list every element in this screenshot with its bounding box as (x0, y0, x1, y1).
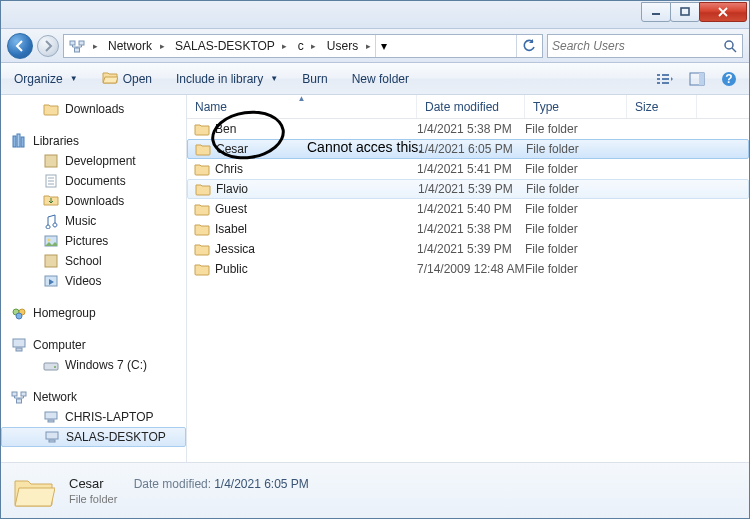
expand-icon[interactable]: ▸ (1, 340, 2, 351)
file-type: File folder (525, 242, 627, 256)
help-button[interactable]: ? (717, 68, 741, 90)
network-icon (68, 37, 86, 55)
nav-lib-documents[interactable]: Documents (1, 171, 186, 191)
breadcrumb[interactable]: ▸ Network▸ SALAS-DESKTOP▸ c▸ Users▸ ▾ (63, 34, 543, 58)
preview-pane-button[interactable] (685, 68, 709, 90)
nav-drive-c[interactable]: Windows 7 (C:) (1, 355, 186, 375)
close-button[interactable] (699, 2, 747, 22)
column-type[interactable]: Type (525, 95, 627, 118)
file-row[interactable]: Isabel1/4/2021 5:38 PMFile folder (187, 219, 749, 239)
breadcrumb-seg-host[interactable]: SALAS-DESKTOP (169, 35, 278, 57)
file-row[interactable]: Chris1/4/2021 5:41 PMFile folder (187, 159, 749, 179)
search-box[interactable] (547, 34, 743, 58)
svg-rect-23 (45, 255, 57, 267)
nav-homegroup[interactable]: ▸Homegroup (1, 303, 186, 323)
column-date[interactable]: Date modified (417, 95, 525, 118)
svg-point-31 (54, 366, 56, 368)
svg-point-22 (48, 239, 51, 242)
open-button[interactable]: Open (97, 67, 157, 90)
svg-rect-8 (657, 82, 660, 84)
svg-rect-34 (17, 399, 22, 403)
nav-network-chrislaptop[interactable]: CHRIS-LAPTOP (1, 407, 186, 427)
search-input[interactable] (552, 39, 722, 53)
folder-icon (193, 201, 211, 217)
search-icon[interactable] (722, 38, 738, 54)
svg-rect-32 (12, 392, 17, 396)
back-button[interactable] (7, 33, 33, 59)
nav-lib-development[interactable]: Development (1, 151, 186, 171)
titlebar (1, 1, 749, 29)
breadcrumb-root-arrow[interactable]: ▸ (88, 35, 102, 57)
burn-button[interactable]: Burn (297, 69, 332, 89)
forward-button[interactable] (37, 35, 59, 57)
column-name[interactable]: Name▲ (187, 95, 417, 118)
file-date: 1/4/2021 5:41 PM (417, 162, 525, 176)
chevron-down-icon: ▼ (70, 74, 78, 83)
svg-rect-6 (657, 74, 660, 76)
nav-lib-pictures[interactable]: Pictures (1, 231, 186, 251)
nav-downloads[interactable]: Downloads (1, 99, 186, 119)
details-pane: Cesar Date modified: 1/4/2021 6:05 PM Fi… (1, 462, 749, 518)
svg-text:?: ? (725, 72, 732, 86)
file-row[interactable]: Flavio1/4/2021 5:39 PMFile folder (187, 179, 749, 199)
svg-rect-16 (13, 136, 16, 147)
chevron-right-icon[interactable]: ▸ (361, 35, 375, 57)
file-name: Guest (215, 202, 417, 216)
minimize-button[interactable] (641, 2, 671, 22)
include-in-library-menu[interactable]: Include in library▼ (171, 69, 283, 89)
file-row[interactable]: Guest1/4/2021 5:40 PMFile folder (187, 199, 749, 219)
file-type: File folder (525, 202, 627, 216)
nav-network[interactable]: ▸Network (1, 387, 186, 407)
details-date-value: 1/4/2021 6:05 PM (214, 477, 309, 491)
chevron-right-icon[interactable]: ▸ (155, 35, 169, 57)
file-row[interactable]: Jessica1/4/2021 5:39 PMFile folder (187, 239, 749, 259)
library-item-icon (43, 193, 59, 209)
nav-network-salasdesktop[interactable]: SALAS-DESKTOP (1, 427, 186, 447)
organize-menu[interactable]: Organize▼ (9, 69, 83, 89)
svg-rect-19 (45, 155, 57, 167)
svg-rect-36 (48, 420, 54, 422)
burn-label: Burn (302, 72, 327, 86)
refresh-button[interactable] (516, 35, 540, 57)
expand-icon[interactable]: ▸ (1, 308, 2, 319)
sort-ascending-icon: ▲ (298, 94, 306, 103)
library-item-icon (43, 153, 59, 169)
svg-rect-18 (21, 137, 24, 147)
file-row[interactable]: Cesar1/4/2021 6:05 PMFile folder (187, 139, 749, 159)
navigation-pane[interactable]: Downloads ▸Libraries DevelopmentDocument… (1, 95, 187, 462)
breadcrumb-seg-c[interactable]: c (292, 35, 307, 57)
file-date: 7/14/2009 12:48 AM (417, 262, 525, 276)
nav-libraries[interactable]: ▸Libraries (1, 131, 186, 151)
file-type: File folder (525, 222, 627, 236)
nav-lib-videos[interactable]: Videos (1, 271, 186, 291)
expand-icon[interactable]: ▸ (1, 136, 2, 147)
file-row[interactable]: Public7/14/2009 12:48 AMFile folder (187, 259, 749, 279)
nav-lib-downloads[interactable]: Downloads (1, 191, 186, 211)
open-label: Open (123, 72, 152, 86)
expand-icon[interactable]: ▸ (1, 392, 2, 403)
folder-icon (193, 261, 211, 277)
view-options-button[interactable] (653, 68, 677, 90)
toolbar: Organize▼ Open Include in library▼ Burn … (1, 63, 749, 95)
file-name: Ben (215, 122, 417, 136)
breadcrumb-seg-users[interactable]: Users (321, 35, 361, 57)
svg-rect-17 (17, 134, 20, 147)
file-list-pane: Name▲ Date modified Type Size Ben1/4/202… (187, 95, 749, 462)
column-size[interactable]: Size (627, 95, 697, 118)
chevron-right-icon[interactable]: ▸ (307, 35, 321, 57)
history-dropdown[interactable]: ▾ (375, 35, 391, 57)
svg-point-5 (725, 41, 733, 49)
breadcrumb-seg-network[interactable]: Network (102, 35, 155, 57)
organize-label: Organize (14, 72, 63, 86)
svg-rect-37 (46, 432, 58, 439)
file-name: Flavio (216, 182, 418, 196)
computer-icon (43, 409, 59, 425)
new-folder-button[interactable]: New folder (347, 69, 414, 89)
chevron-right-icon[interactable]: ▸ (278, 35, 292, 57)
nav-lib-school[interactable]: School (1, 251, 186, 271)
nav-computer[interactable]: ▸Computer (1, 335, 186, 355)
file-row[interactable]: Ben1/4/2021 5:38 PMFile folder (187, 119, 749, 139)
svg-rect-9 (662, 74, 669, 76)
maximize-button[interactable] (670, 2, 700, 22)
nav-lib-music[interactable]: Music (1, 211, 186, 231)
